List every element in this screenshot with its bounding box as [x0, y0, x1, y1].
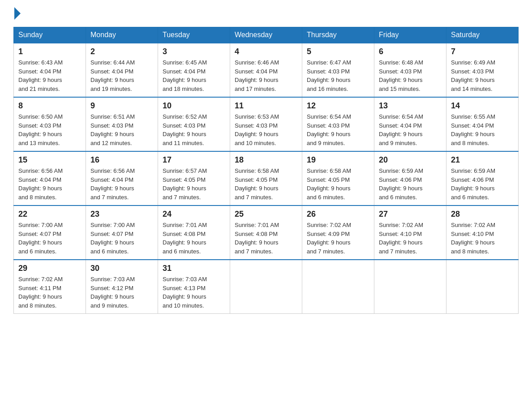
day-info: Sunrise: 6:49 AMSunset: 4:03 PMDaylight:…: [451, 58, 514, 93]
header-thursday: Thursday: [302, 27, 374, 43]
header-monday: Monday: [86, 27, 158, 43]
calendar-cell: 16Sunrise: 6:56 AMSunset: 4:04 PMDayligh…: [86, 151, 158, 206]
day-info: Sunrise: 6:46 AMSunset: 4:04 PMDaylight:…: [235, 58, 297, 93]
day-number: 13: [379, 101, 442, 111]
header-friday: Friday: [374, 27, 446, 43]
day-info: Sunrise: 7:02 AMSunset: 4:10 PMDaylight:…: [379, 221, 442, 256]
day-info: Sunrise: 7:02 AMSunset: 4:11 PMDaylight:…: [18, 275, 81, 310]
day-info: Sunrise: 7:03 AMSunset: 4:13 PMDaylight:…: [163, 275, 225, 310]
calendar-cell: 1Sunrise: 6:43 AMSunset: 4:04 PMDaylight…: [14, 43, 86, 97]
day-info: Sunrise: 6:45 AMSunset: 4:04 PMDaylight:…: [163, 58, 225, 93]
day-number: 28: [451, 210, 514, 219]
day-info: Sunrise: 6:43 AMSunset: 4:04 PMDaylight:…: [18, 58, 81, 93]
calendar-cell: [374, 260, 446, 314]
day-number: 15: [18, 155, 81, 165]
day-number: 19: [307, 155, 369, 165]
day-number: 11: [235, 101, 297, 111]
day-number: 24: [163, 210, 225, 219]
page-header: [13, 9, 519, 18]
day-number: 22: [18, 210, 81, 219]
calendar-cell: 19Sunrise: 6:58 AMSunset: 4:05 PMDayligh…: [302, 151, 374, 206]
day-number: 2: [90, 47, 153, 56]
calendar-week-row: 1Sunrise: 6:43 AMSunset: 4:04 PMDaylight…: [14, 43, 519, 97]
calendar-week-row: 8Sunrise: 6:50 AMSunset: 4:03 PMDaylight…: [14, 97, 519, 151]
day-number: 12: [307, 101, 369, 111]
day-number: 6: [379, 47, 442, 56]
day-number: 17: [163, 155, 225, 165]
day-number: 25: [235, 210, 297, 219]
calendar-cell: 11Sunrise: 6:53 AMSunset: 4:03 PMDayligh…: [230, 97, 302, 151]
day-info: Sunrise: 6:48 AMSunset: 4:03 PMDaylight:…: [379, 58, 442, 93]
day-info: Sunrise: 6:56 AMSunset: 4:04 PMDaylight:…: [18, 167, 81, 201]
calendar-table: SundayMondayTuesdayWednesdayThursdayFrid…: [13, 27, 519, 314]
day-number: 1: [18, 47, 81, 56]
calendar-header-row: SundayMondayTuesdayWednesdayThursdayFrid…: [14, 27, 519, 43]
day-info: Sunrise: 6:51 AMSunset: 4:03 PMDaylight:…: [90, 112, 153, 147]
calendar-cell: 25Sunrise: 7:01 AMSunset: 4:08 PMDayligh…: [230, 206, 302, 260]
calendar-week-row: 29Sunrise: 7:02 AMSunset: 4:11 PMDayligh…: [14, 260, 519, 314]
day-info: Sunrise: 6:57 AMSunset: 4:05 PMDaylight:…: [163, 167, 225, 201]
calendar-cell: 3Sunrise: 6:45 AMSunset: 4:04 PMDaylight…: [158, 43, 230, 97]
calendar-cell: 20Sunrise: 6:59 AMSunset: 4:06 PMDayligh…: [374, 151, 446, 206]
calendar-cell: 17Sunrise: 6:57 AMSunset: 4:05 PMDayligh…: [158, 151, 230, 206]
calendar-cell: [446, 260, 519, 314]
day-info: Sunrise: 6:47 AMSunset: 4:03 PMDaylight:…: [307, 58, 369, 93]
day-number: 7: [451, 47, 514, 56]
calendar-cell: 7Sunrise: 6:49 AMSunset: 4:03 PMDaylight…: [446, 43, 519, 97]
day-info: Sunrise: 6:59 AMSunset: 4:06 PMDaylight:…: [451, 167, 514, 201]
calendar-cell: 15Sunrise: 6:56 AMSunset: 4:04 PMDayligh…: [14, 151, 86, 206]
calendar-cell: 31Sunrise: 7:03 AMSunset: 4:13 PMDayligh…: [158, 260, 230, 314]
calendar-cell: 23Sunrise: 7:00 AMSunset: 4:07 PMDayligh…: [86, 206, 158, 260]
day-info: Sunrise: 7:03 AMSunset: 4:12 PMDaylight:…: [90, 275, 153, 310]
calendar-cell: 6Sunrise: 6:48 AMSunset: 4:03 PMDaylight…: [374, 43, 446, 97]
calendar-cell: 5Sunrise: 6:47 AMSunset: 4:03 PMDaylight…: [302, 43, 374, 97]
header-wednesday: Wednesday: [230, 27, 302, 43]
header-saturday: Saturday: [446, 27, 519, 43]
day-number: 23: [90, 210, 153, 219]
day-info: Sunrise: 7:01 AMSunset: 4:08 PMDaylight:…: [163, 221, 225, 256]
day-info: Sunrise: 6:55 AMSunset: 4:04 PMDaylight:…: [451, 112, 514, 147]
day-number: 5: [307, 47, 369, 56]
day-number: 31: [163, 264, 225, 273]
calendar-cell: 21Sunrise: 6:59 AMSunset: 4:06 PMDayligh…: [446, 151, 519, 206]
calendar-cell: 14Sunrise: 6:55 AMSunset: 4:04 PMDayligh…: [446, 97, 519, 151]
day-number: 27: [379, 210, 442, 219]
calendar-cell: 10Sunrise: 6:52 AMSunset: 4:03 PMDayligh…: [158, 97, 230, 151]
day-info: Sunrise: 6:52 AMSunset: 4:03 PMDaylight:…: [163, 112, 225, 147]
calendar-week-row: 15Sunrise: 6:56 AMSunset: 4:04 PMDayligh…: [14, 151, 519, 206]
day-info: Sunrise: 7:02 AMSunset: 4:10 PMDaylight:…: [451, 221, 514, 256]
day-number: 3: [163, 47, 225, 56]
day-info: Sunrise: 7:00 AMSunset: 4:07 PMDaylight:…: [18, 221, 81, 256]
day-info: Sunrise: 6:54 AMSunset: 4:03 PMDaylight:…: [307, 112, 369, 147]
calendar-week-row: 22Sunrise: 7:00 AMSunset: 4:07 PMDayligh…: [14, 206, 519, 260]
day-number: 8: [18, 101, 81, 111]
calendar-cell: [230, 260, 302, 314]
day-info: Sunrise: 6:53 AMSunset: 4:03 PMDaylight:…: [235, 112, 297, 147]
calendar-cell: 12Sunrise: 6:54 AMSunset: 4:03 PMDayligh…: [302, 97, 374, 151]
calendar-cell: 30Sunrise: 7:03 AMSunset: 4:12 PMDayligh…: [86, 260, 158, 314]
day-number: 18: [235, 155, 297, 165]
day-info: Sunrise: 7:01 AMSunset: 4:08 PMDaylight:…: [235, 221, 297, 256]
calendar-cell: [302, 260, 374, 314]
calendar-cell: 18Sunrise: 6:58 AMSunset: 4:05 PMDayligh…: [230, 151, 302, 206]
day-number: 14: [451, 101, 514, 111]
calendar-cell: 2Sunrise: 6:44 AMSunset: 4:04 PMDaylight…: [86, 43, 158, 97]
calendar-cell: 9Sunrise: 6:51 AMSunset: 4:03 PMDaylight…: [86, 97, 158, 151]
calendar-cell: 22Sunrise: 7:00 AMSunset: 4:07 PMDayligh…: [14, 206, 86, 260]
calendar-cell: 27Sunrise: 7:02 AMSunset: 4:10 PMDayligh…: [374, 206, 446, 260]
logo: [13, 9, 21, 18]
day-number: 21: [451, 155, 514, 165]
day-info: Sunrise: 6:50 AMSunset: 4:03 PMDaylight:…: [18, 112, 81, 147]
calendar-cell: 13Sunrise: 6:54 AMSunset: 4:04 PMDayligh…: [374, 97, 446, 151]
day-number: 26: [307, 210, 369, 219]
day-info: Sunrise: 6:58 AMSunset: 4:05 PMDaylight:…: [307, 167, 369, 201]
day-info: Sunrise: 6:58 AMSunset: 4:05 PMDaylight:…: [235, 167, 297, 201]
day-info: Sunrise: 6:56 AMSunset: 4:04 PMDaylight:…: [90, 167, 153, 201]
day-number: 30: [90, 264, 153, 273]
calendar-cell: 4Sunrise: 6:46 AMSunset: 4:04 PMDaylight…: [230, 43, 302, 97]
calendar-cell: 28Sunrise: 7:02 AMSunset: 4:10 PMDayligh…: [446, 206, 519, 260]
day-number: 9: [90, 101, 153, 111]
day-info: Sunrise: 7:02 AMSunset: 4:09 PMDaylight:…: [307, 221, 369, 256]
day-info: Sunrise: 6:44 AMSunset: 4:04 PMDaylight:…: [90, 58, 153, 93]
day-number: 29: [18, 264, 81, 273]
